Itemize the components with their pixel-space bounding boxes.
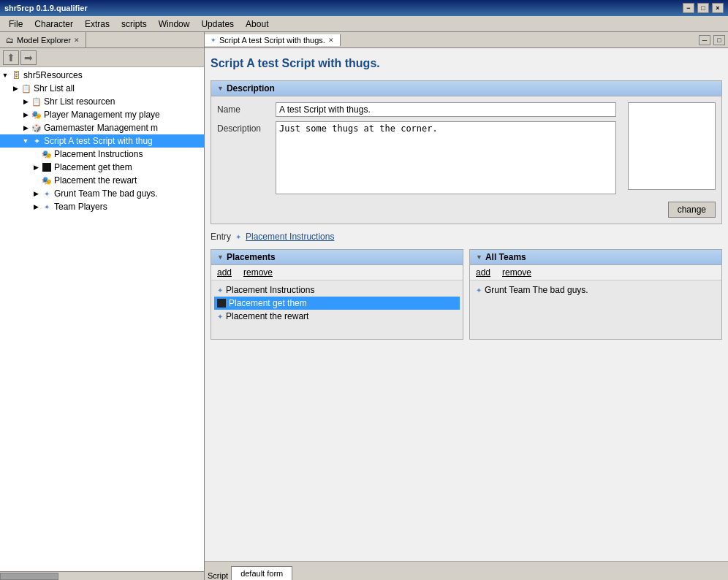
db-icon: 🗄	[10, 69, 22, 81]
model-explorer-tab-label: Model Explorer	[17, 36, 71, 45]
tree-label-script-a: Script A test Script with thug	[44, 136, 153, 146]
placement-instructions-label: Placement Instructions	[226, 285, 314, 295]
placement-rewart-label: Placement the rewart	[226, 311, 308, 321]
bottom-tab-bar: Script default form	[205, 561, 728, 580]
all-teams-remove-btn[interactable]: remove	[502, 267, 531, 278]
right-maximize-btn[interactable]: □	[713, 35, 725, 45]
team-icon: ✦	[41, 201, 53, 213]
placements-add-btn[interactable]: add	[217, 267, 232, 278]
menu-character[interactable]: Character	[29, 18, 79, 31]
right-restore-btn[interactable]: ─	[699, 35, 710, 45]
list-icon-2: 📋	[31, 96, 42, 107]
left-scroll-thumb[interactable]	[0, 573, 58, 580]
expand-placement-get-them[interactable]: ▶	[31, 162, 41, 172]
tree-item-shr-list-all[interactable]: ▶ 📋 Shr List all	[0, 82, 204, 95]
all-teams-header: ▼ All Teams	[470, 250, 721, 265]
tree-area: ▼ 🗄 shr5Resources ▶ 📋 Shr List all ▶ 📋 S…	[0, 67, 204, 571]
right-tab-close[interactable]: ✕	[328, 37, 334, 44]
toolbar-btn-2[interactable]: ➡	[20, 50, 37, 65]
script-title: Script A test Script with thugs.	[211, 54, 722, 73]
description-header-label: Description	[227, 83, 275, 94]
placements-header: ▼ Placements	[211, 250, 463, 265]
bottom-tab-default-form[interactable]: default form	[231, 566, 292, 580]
menu-about[interactable]: About	[240, 18, 274, 31]
entry-diamond-icon: ✦	[235, 233, 241, 241]
tree-item-placement-instructions[interactable]: ▶ 🎭 Placement Instructions	[0, 148, 204, 161]
tree-item-grunt-team[interactable]: ▶ ✦ Grunt Team The bad guys.	[0, 187, 204, 200]
menu-bar: File Character Extras scripts Window Upd…	[0, 16, 728, 32]
tree-label-shr-list-resourcen: Shr List resourcen	[44, 96, 115, 107]
menu-scripts[interactable]: scripts	[115, 18, 153, 31]
placements-header-label: Placements	[227, 252, 276, 262]
left-scrollbar[interactable]	[0, 571, 204, 580]
expand-shr5resources[interactable]: ▼	[0, 70, 10, 80]
right-content: Script A test Script with thugs. ▼ Descr…	[205, 48, 728, 561]
tree-item-placement-rewart[interactable]: ▶ 🎭 Placement the rewart	[0, 174, 204, 187]
tree-item-player-management[interactable]: ▶ 🎭 Player Management my playe	[0, 108, 204, 121]
tree-label-team-players: Team Players	[54, 202, 107, 212]
placement-instructions-icon: ✦	[217, 286, 223, 294]
all-teams-list: ✦ Grunt Team The bad guys.	[470, 281, 721, 339]
tree-label-placement-get-them: Placement get them	[54, 162, 132, 172]
grunt-team-icon: ✦	[476, 286, 482, 294]
model-explorer-tab[interactable]: 🗂 Model Explorer ✕	[0, 32, 86, 47]
tree-label-grunt-team: Grunt Team The bad guys.	[54, 188, 158, 199]
placement-list-item-rewart[interactable]: ✦ Placement the rewart	[214, 310, 460, 323]
toolbar-btn-1[interactable]: ⬆	[3, 50, 19, 65]
minimize-button[interactable]: −	[683, 3, 694, 13]
close-button[interactable]: ×	[712, 3, 724, 13]
all-teams-actions: add remove	[470, 265, 721, 281]
tree-label-player-management: Player Management my playe	[44, 110, 160, 120]
expand-shr-list-resourcen[interactable]: ▶	[20, 96, 31, 107]
tree-item-team-players[interactable]: ▶ ✦ Team Players	[0, 200, 204, 213]
description-arrow-icon: ▼	[217, 85, 224, 92]
description-textarea[interactable]: Just some thugs at the corner.	[276, 121, 616, 194]
placements-remove-btn[interactable]: remove	[243, 267, 273, 278]
tree-label-shr-list-all: Shr List all	[34, 83, 75, 94]
placement-get-them-icon	[217, 299, 226, 308]
menu-window[interactable]: Window	[153, 18, 196, 31]
placements-list: ✦ Placement Instructions Placement get t…	[211, 281, 463, 339]
right-tab-script-a[interactable]: ✦ Script A test Script with thugs. ✕	[205, 34, 341, 46]
menu-extras[interactable]: Extras	[79, 18, 115, 31]
all-teams-list-item-grunt[interactable]: ✦ Grunt Team The bad guys.	[473, 283, 718, 297]
placement-list-item-instructions[interactable]: ✦ Placement Instructions	[214, 283, 460, 297]
tree-item-script-a[interactable]: ▼ ✦ Script A test Script with thug	[0, 134, 204, 148]
name-label: Name	[217, 102, 276, 115]
model-explorer-tab-close[interactable]: ✕	[74, 37, 80, 44]
change-button[interactable]: change	[668, 202, 716, 218]
description-label: Description	[217, 121, 276, 134]
expand-gamemaster-management[interactable]: ▶	[20, 123, 31, 133]
menu-file[interactable]: File	[3, 18, 29, 31]
placements-arrow-icon: ▼	[217, 253, 224, 261]
all-teams-panel: ▼ All Teams add remove ✦ Grunt Team The …	[469, 249, 722, 340]
description-section-header: ▼ Description	[211, 81, 721, 96]
right-tab-arrow: ✦	[211, 37, 216, 44]
tree-label-placement-rewart: Placement the rewart	[54, 175, 137, 186]
expand-team-players[interactable]: ▶	[31, 202, 41, 212]
expand-grunt-team[interactable]: ▶	[31, 188, 41, 199]
entry-link[interactable]: Placement Instructions	[246, 232, 334, 242]
tree-item-shr-list-resourcen[interactable]: ▶ 📋 Shr List resourcen	[0, 95, 204, 108]
tree-item-gamemaster-management[interactable]: ▶ 🎲 Gamemaster Management m	[0, 121, 204, 134]
placement-black-icon	[41, 161, 53, 173]
bottom-tab-prefix: Script	[208, 571, 228, 580]
name-input[interactable]	[276, 102, 616, 117]
tree-label-gamemaster-management: Gamemaster Management m	[44, 123, 158, 133]
maximize-button[interactable]: □	[697, 3, 709, 13]
tree-item-placement-get-them[interactable]: ▶ Placement get them	[0, 161, 204, 174]
name-row: Name	[217, 102, 616, 117]
left-panel-toolbar: ⬆ ➡	[0, 48, 204, 67]
expand-shr-list-all[interactable]: ▶	[10, 83, 20, 94]
all-teams-add-btn[interactable]: add	[476, 267, 490, 278]
folder-icon: 🗂	[6, 36, 14, 45]
left-panel: 🗂 Model Explorer ✕ ⬆ ➡ ▼ 🗄 shr5Resources…	[0, 32, 205, 580]
grunt-icon: ✦	[41, 188, 53, 199]
description-section: ▼ Description Name Description Just so	[211, 80, 722, 224]
menu-updates[interactable]: Updates	[195, 18, 240, 31]
expand-player-management[interactable]: ▶	[20, 110, 31, 120]
placement-list-item-get-them[interactable]: Placement get them	[214, 297, 460, 310]
expand-script-a[interactable]: ▼	[20, 136, 31, 146]
placements-panel: ▼ Placements add remove ✦ Placement Inst…	[211, 249, 463, 340]
tree-item-shr5resources[interactable]: ▼ 🗄 shr5Resources	[0, 69, 204, 82]
